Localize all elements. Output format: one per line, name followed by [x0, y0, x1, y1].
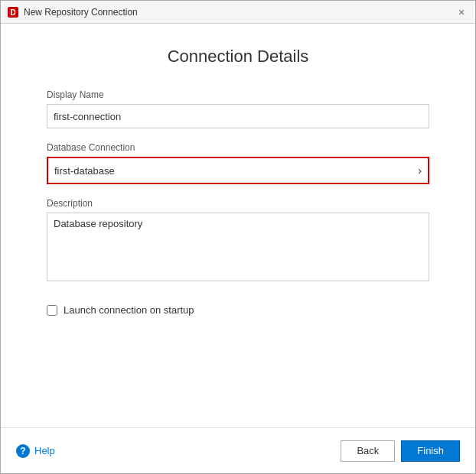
description-textarea[interactable]: Database repository: [47, 213, 429, 281]
svg-text:D: D: [10, 8, 15, 17]
finish-button[interactable]: Finish: [401, 440, 460, 462]
page-title: Connection Details: [47, 47, 429, 67]
main-window: D New Repository Connection × Connection…: [0, 0, 476, 474]
footer: ? Help Back Finish: [1, 427, 475, 473]
db-connection-wrapper: ›: [47, 157, 429, 184]
title-bar: D New Repository Connection ×: [1, 1, 475, 24]
content-area: Connection Details Display Name Database…: [1, 24, 475, 427]
display-name-group: Display Name: [47, 89, 429, 128]
db-connection-group: Database Connection ›: [47, 142, 429, 184]
description-group: Description Database repository: [47, 198, 429, 284]
window-title: New Repository Connection: [24, 7, 138, 18]
display-name-input[interactable]: [47, 104, 429, 128]
back-button[interactable]: Back: [341, 440, 395, 462]
close-button[interactable]: ×: [454, 5, 469, 20]
display-name-label: Display Name: [47, 89, 429, 100]
app-icon: D: [7, 6, 19, 18]
launch-startup-label[interactable]: Launch connection on startup: [64, 304, 194, 316]
db-connection-input[interactable]: [48, 158, 428, 183]
launch-startup-checkbox[interactable]: [47, 305, 57, 316]
db-connection-label: Database Connection: [47, 142, 429, 153]
launch-startup-group: Launch connection on startup: [47, 304, 429, 316]
help-circle-icon: ?: [16, 444, 30, 458]
footer-buttons: Back Finish: [341, 440, 460, 462]
description-label: Description: [47, 198, 429, 209]
help-label: Help: [34, 445, 55, 456]
help-link[interactable]: ? Help: [16, 444, 55, 458]
title-bar-left: D New Repository Connection: [7, 6, 138, 18]
